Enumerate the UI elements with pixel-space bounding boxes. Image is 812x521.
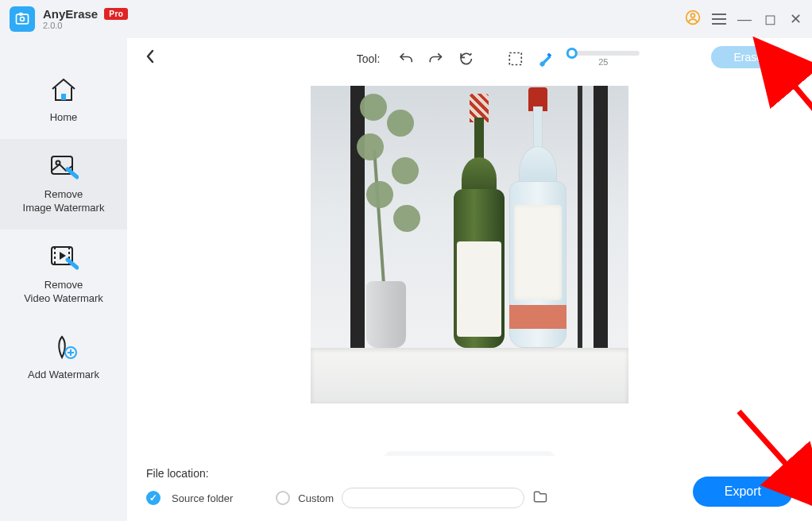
sidebar-item-label: Home xyxy=(50,111,78,125)
close-button[interactable]: ✕ xyxy=(788,12,802,26)
footer: File location: Source folder Custom Expo… xyxy=(127,456,812,521)
main-panel: Tool: 25 xyxy=(127,38,812,521)
sidebar-item-label: Add Watermark xyxy=(28,369,99,382)
svg-point-4 xyxy=(691,14,695,17)
marquee-tool[interactable] xyxy=(507,51,523,67)
home-icon xyxy=(48,76,79,103)
maximize-button[interactable]: ◻ xyxy=(763,12,777,26)
erase-button[interactable]: Erase xyxy=(711,46,785,68)
svg-point-1 xyxy=(21,17,25,21)
svg-rect-10 xyxy=(509,53,521,65)
source-folder-label: Source folder xyxy=(172,492,233,504)
file-location-label: File location: xyxy=(146,467,793,480)
sidebar-item-remove-image-watermark[interactable]: Remove Image Watermark xyxy=(0,139,127,230)
menu-icon[interactable] xyxy=(712,14,726,25)
tool-label: Tool: xyxy=(357,52,381,65)
custom-path-input[interactable] xyxy=(342,488,524,508)
image-watermark-icon xyxy=(48,153,79,180)
custom-folder-radio[interactable] xyxy=(276,491,290,505)
back-button[interactable] xyxy=(145,48,156,69)
video-watermark-icon xyxy=(48,244,79,271)
source-folder-radio[interactable] xyxy=(146,491,160,505)
reset-button[interactable] xyxy=(458,51,474,67)
sidebar-item-label: Remove Video Watermark xyxy=(24,279,103,306)
app-version: 2.0.0 xyxy=(43,21,128,30)
custom-folder-label: Custom xyxy=(298,492,334,504)
image-preview[interactable] xyxy=(311,86,628,403)
sidebar-item-home[interactable]: Home xyxy=(0,62,127,139)
pro-badge: Pro xyxy=(104,8,128,20)
editor-toolbar: Tool: 25 xyxy=(127,38,812,79)
undo-button[interactable] xyxy=(397,51,413,67)
brush-size-slider[interactable]: 25 xyxy=(567,51,639,67)
brush-tool[interactable] xyxy=(537,51,553,67)
add-watermark-icon xyxy=(48,334,79,361)
sidebar-item-label: Remove Image Watermark xyxy=(23,188,105,215)
account-icon[interactable] xyxy=(685,10,701,29)
annotation-arrow-export xyxy=(731,403,812,518)
svg-rect-5 xyxy=(61,94,66,100)
sidebar-item-add-watermark[interactable]: Add Watermark xyxy=(0,319,127,396)
svg-line-13 xyxy=(785,75,812,176)
svg-rect-0 xyxy=(17,14,29,24)
app-title-block: AnyErase Pro 2.0.0 xyxy=(43,8,128,31)
redo-button[interactable] xyxy=(427,51,443,67)
sidebar-item-remove-video-watermark[interactable]: Remove Video Watermark xyxy=(0,230,127,320)
minimize-button[interactable]: — xyxy=(737,12,752,26)
sidebar: Home Remove Image Watermark Remove Video… xyxy=(0,38,127,521)
titlebar: AnyErase Pro 2.0.0 — ◻ ✕ xyxy=(0,0,812,38)
browse-folder-icon[interactable] xyxy=(532,489,548,507)
brush-size-value: 25 xyxy=(598,57,608,67)
app-logo-icon xyxy=(10,6,35,32)
annotation-arrow-erase xyxy=(775,65,812,187)
app-name: AnyErase xyxy=(43,8,98,21)
svg-line-14 xyxy=(739,411,812,500)
